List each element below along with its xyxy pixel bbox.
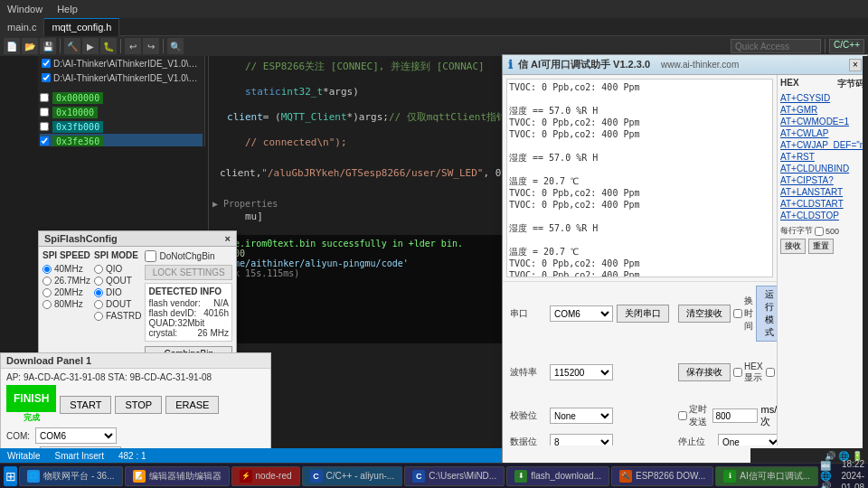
code-line-func: static int32_t *args) (209, 85, 506, 98)
serial-settings-grid: 串口 COM6 关闭串口 清空接收 换时间 运行模式 下载模式 波特率 (503, 281, 777, 446)
ref-page-row: 每行字节 500 (780, 225, 864, 237)
ref-page-val: 500 (826, 227, 839, 236)
tab-mqtt-config[interactable]: mqtt_config.h (44, 18, 119, 36)
spi-mode-dio[interactable]: DIO (94, 287, 141, 297)
port-label: 串口 (510, 307, 546, 320)
run-mode-btn[interactable]: 运行模式 (756, 286, 777, 342)
addr-badge-1: 0x000000 (52, 92, 103, 104)
addr-check-4[interactable] (40, 136, 49, 145)
ref-page-check[interactable] (815, 227, 824, 236)
donot-chg-bin-check[interactable]: DoNotChgBin (145, 250, 232, 262)
toolbar-btn-new[interactable]: 📄 (4, 38, 20, 54)
spi-speed-20mhz[interactable]: 20MHz (42, 287, 90, 297)
addr-check-3[interactable] (40, 122, 49, 131)
out-tvoc2: TVOC: 0 Ppb,co2: 400 Ppm (509, 117, 770, 128)
ref-item-2[interactable]: AT+GMR (780, 104, 864, 116)
ref-recv-btn[interactable]: 接收 (780, 239, 806, 254)
menu-window[interactable]: Window (4, 4, 46, 14)
toolbar-btn-save[interactable]: 💾 (40, 38, 56, 54)
taskbar-esp-btn[interactable]: 🔌 ESP8266 DOW... (611, 466, 713, 486)
fixed-send-check[interactable]: 定时发送 (678, 403, 710, 428)
spi-speed-80mhz[interactable]: 80MHz (42, 299, 90, 309)
baud-serial-label: 波特率 (510, 366, 546, 379)
save-hex-row: 保存接收 HEX显示 自动换行 显示 (675, 345, 777, 399)
spi-mode-fastrd[interactable]: FASTRD (94, 311, 141, 321)
spi-speed-267mhz[interactable]: 26.7MHz (42, 276, 90, 286)
taskbar-cpp-btn[interactable]: C C/C++ - aliyun-... (302, 466, 403, 486)
stop-btn[interactable]: STOP (115, 396, 162, 414)
hex-display-check[interactable]: HEX显示 (733, 361, 763, 384)
toolbar-btn-build[interactable]: 🔨 (64, 38, 80, 54)
spi-quad: QUAD:32Mbit (148, 318, 229, 328)
file-item-2[interactable]: D:\AI-Thinker\AiThinkerIDE_V1.0\msys32\ (38, 70, 204, 85)
fixed-send-ms-input[interactable] (712, 408, 758, 423)
spi-mode-dout[interactable]: DOUT (94, 299, 141, 309)
start-btn[interactable]: START (60, 396, 111, 414)
taskbar-editor-btn[interactable]: 📝 编辑器辅助编辑器 (125, 466, 230, 486)
spi-close-btn[interactable]: × (225, 233, 231, 244)
out-tvoc3: TVOC: 0 Ppb,co2: 400 Ppm (509, 128, 770, 140)
ref-item-8[interactable]: AT+CIPSTA? (780, 174, 864, 186)
ref-item-6[interactable]: AT+RST (780, 151, 864, 163)
menu-help[interactable]: Help (53, 4, 81, 14)
ref-item-10[interactable]: AT+CLDSTART (780, 198, 864, 210)
spi-speed-label: SPI SPEED (42, 250, 90, 260)
tab-main-c[interactable]: main.c (0, 18, 44, 36)
taskbar-cmd-label: C:\Users\MiND... (429, 471, 496, 481)
ref-item-5[interactable]: AT+CWJAP_DEF="newfi... (780, 139, 864, 151)
ref-item-11[interactable]: AT+CLDSTOP (780, 210, 864, 221)
baud-serial-select[interactable]: 115200 (550, 364, 613, 380)
spi-dialog-title: SpiFlashConfig × (39, 231, 236, 247)
addr-check-1[interactable] (40, 93, 49, 102)
open-port-btn[interactable]: 关闭串口 (617, 305, 669, 323)
quick-access-input[interactable] (731, 39, 821, 53)
windows-logo-icon: ⊞ (5, 469, 16, 483)
toolbar-btn-run[interactable]: ▶ (82, 38, 99, 54)
code-line-props: ▶ Properties (209, 197, 506, 210)
code-line-mu: mu] (209, 210, 506, 222)
timestamp-check[interactable]: 换时间 (733, 295, 753, 333)
spi-mode-qout[interactable]: QOUT (94, 276, 141, 286)
taskbar-cmd-btn[interactable]: C C:\Users\MiND... (404, 466, 505, 486)
ref-item-9[interactable]: AT+LANSTART (780, 186, 864, 198)
start-button[interactable]: ⊞ (4, 466, 17, 486)
finish-btn[interactable]: FINISH (6, 385, 56, 412)
file-item-1[interactable]: D:\AI-Thinker\AiThinkerIDE_V1.0\msys32\ (38, 56, 204, 70)
ref-item-4[interactable]: AT+CWLAP (780, 127, 864, 139)
taskbar-iot-btn[interactable]: 🌐 物联网平台 - 36... (19, 466, 122, 486)
serial-close-btn[interactable]: × (849, 59, 862, 71)
lock-settings-btn[interactable]: LOCK SETTINGS (145, 265, 232, 280)
addr-check-2[interactable] (40, 108, 49, 117)
stop-bits-select[interactable]: One (718, 434, 777, 446)
data-bits-select[interactable]: 8 (550, 434, 613, 446)
clear-recv-btn[interactable]: 清空接收 (678, 305, 731, 323)
check-select[interactable]: None (550, 408, 613, 424)
com-select[interactable]: COM6 (35, 427, 117, 444)
save-recv-btn[interactable]: 保存接收 (678, 363, 731, 381)
spi-mode-qio[interactable]: QIO (94, 264, 141, 274)
toolbar-btn-undo[interactable]: ↩ (125, 38, 141, 54)
ref-clear-btn[interactable]: 重置 (808, 239, 834, 254)
ref-item-1[interactable]: AT+CSYSID (780, 92, 864, 104)
ref-item-3[interactable]: AT+CWMODE=1 (780, 116, 864, 127)
code-line-client: client = ( MQTT_Client *)args; // 仅取mqtt… (209, 110, 506, 123)
auto-run-check[interactable]: 自动换行 (766, 347, 777, 398)
toolbar-btn-debug[interactable]: 🐛 (100, 38, 117, 54)
erase-btn[interactable]: ERASE (165, 396, 219, 414)
taskbar-flash-btn[interactable]: ⬇ flash_download... (506, 466, 609, 486)
file-checkbox-2[interactable] (42, 73, 51, 82)
taskbar-serial-btn[interactable]: ℹ AI信可串口调试... (715, 466, 818, 486)
toolbar-btn-redo[interactable]: ↪ (143, 38, 159, 54)
spi-speed-40mhz[interactable]: 40MHz (42, 264, 90, 274)
taskbar-clock: 18:22 2024-01-08 (841, 458, 864, 488)
file-checkbox-1[interactable] (42, 59, 51, 68)
out-tvoc6: TVOC: 0 Ppb,co2: 400 Ppm (509, 258, 770, 269)
toolbar-btn-open[interactable]: 📂 (22, 38, 38, 54)
check-label: 校验位 (510, 409, 546, 422)
port-select[interactable]: COM6 (550, 305, 613, 322)
ref-item-7[interactable]: AT+CLDUNBIND (780, 163, 864, 174)
taskbar-nodered-btn[interactable]: ⚡ node-red (231, 466, 300, 486)
taskbar-time-value: 18:22 (841, 458, 864, 470)
toolbar-btn-search[interactable]: 🔍 (167, 38, 184, 54)
toolbar-separator-2 (120, 39, 121, 53)
